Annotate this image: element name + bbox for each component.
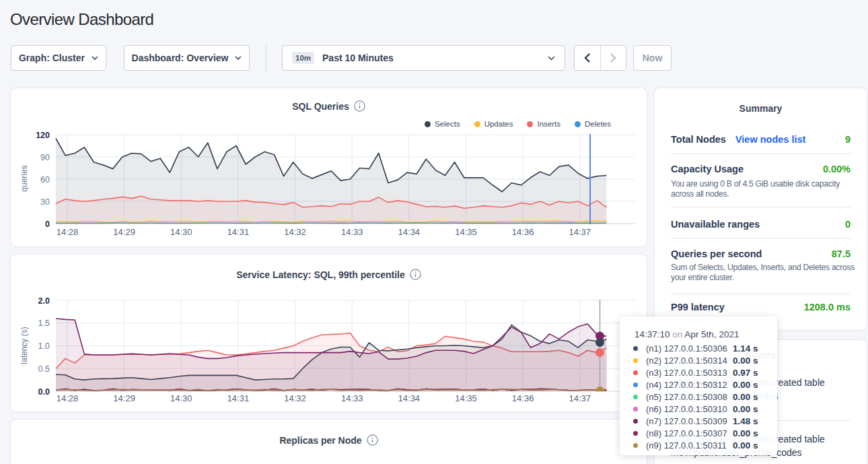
svg-text:0.5: 0.5 [38,364,50,374]
svg-text:0: 0 [45,220,50,229]
svg-text:120: 120 [36,131,50,140]
svg-text:1.5: 1.5 [38,319,50,328]
svg-text:14:35: 14:35 [455,393,477,403]
svg-text:14:33: 14:33 [341,393,363,403]
svg-text:14:32: 14:32 [284,393,306,403]
svg-text:14:29: 14:29 [113,227,135,237]
svg-text:0.0: 0.0 [38,387,50,397]
svg-text:14:31: 14:31 [227,393,250,403]
svg-text:14:34: 14:34 [398,393,421,403]
svg-text:14:28: 14:28 [57,393,79,403]
svg-text:14:37: 14:37 [569,393,591,403]
svg-text:latency (s): latency (s) [20,327,29,364]
svg-text:1.0: 1.0 [38,341,50,351]
svg-text:14:28: 14:28 [57,227,79,237]
svg-text:2.0: 2.0 [38,296,50,306]
svg-text:60: 60 [40,175,50,185]
svg-text:14:29: 14:29 [113,393,135,403]
svg-text:14:36: 14:36 [512,393,534,403]
svg-text:14:30: 14:30 [170,393,192,403]
svg-text:14:32: 14:32 [284,227,306,237]
svg-text:queries: queries [20,165,29,191]
svg-text:14:31: 14:31 [227,227,250,237]
svg-text:14:33: 14:33 [341,227,363,237]
svg-text:14:30: 14:30 [170,227,192,237]
svg-text:14:34: 14:34 [398,227,421,237]
svg-text:30: 30 [40,197,50,207]
svg-text:90: 90 [40,153,50,162]
svg-text:14:36: 14:36 [512,227,534,237]
svg-text:14:37: 14:37 [569,227,591,237]
svg-text:14:35: 14:35 [455,227,477,237]
